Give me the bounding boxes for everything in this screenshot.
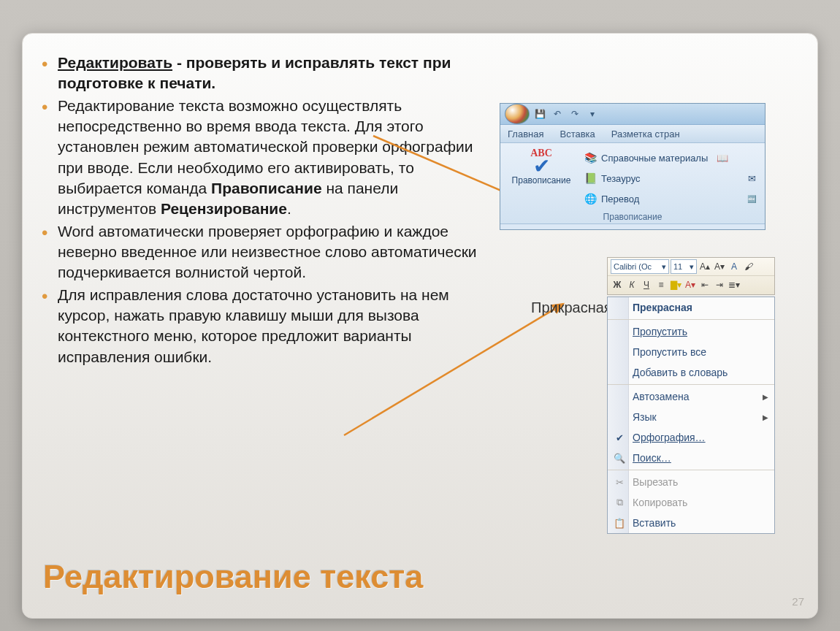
ribbon-screenshot: 💾 ↶ ↷ ▾ Главная Вставка Разметка стран A… xyxy=(500,103,765,230)
ctx-add-dictionary[interactable]: Добавить в словарь xyxy=(608,362,774,383)
bold-icon[interactable]: Ж xyxy=(611,278,624,291)
spelling-check-icon: ✔ xyxy=(612,430,627,445)
misspelled-word[interactable]: Прикрасная xyxy=(531,299,612,316)
spelling-label: Правописание xyxy=(506,175,576,186)
decrease-indent-icon[interactable]: ⇤ xyxy=(698,278,711,291)
format-painter-icon[interactable]: 🖌 xyxy=(742,260,755,273)
translate-button[interactable]: 🌐 Перевод 🔤 xyxy=(584,188,759,209)
cut-icon: ✂ xyxy=(612,475,627,489)
qat-dropdown-icon[interactable]: ▾ xyxy=(585,107,600,121)
mini-toolbar: Calibri (Ос▾ 11▾ A▴ A▾ A 🖌 Ж К Ч ≡ ▇▾ A▾… xyxy=(607,257,775,295)
thesaurus-button[interactable]: 📗 Тезаурус ✉ xyxy=(584,168,759,188)
ctx-suggestion[interactable]: Прекрасная xyxy=(608,297,774,318)
ctx-cut[interactable]: ✂ Вырезать xyxy=(608,472,774,492)
office-button-icon[interactable] xyxy=(505,104,530,124)
book-icon: 📖 xyxy=(717,153,728,164)
spelling-button[interactable]: ABC ✔ Правописание xyxy=(506,148,576,221)
grow-font-icon[interactable]: A▴ xyxy=(698,260,711,273)
italic-icon[interactable]: К xyxy=(625,278,638,291)
svg-line-1 xyxy=(344,304,563,435)
redo-icon[interactable]: ↷ xyxy=(568,107,582,121)
research-button[interactable]: 📚 Справочные материалы 📖 xyxy=(584,148,759,168)
ctx-skip-all[interactable]: Пропустить все xyxy=(608,342,774,362)
find-icon: 🔍 xyxy=(612,451,627,465)
slide-title: Редактирование текста xyxy=(43,558,423,596)
font-size-combo[interactable]: 11▾ xyxy=(671,259,697,274)
wordcount-icon: 🔤 xyxy=(747,195,756,203)
ctx-language[interactable]: Язык▶ xyxy=(608,407,774,427)
ribbon-tabs: Главная Вставка Разметка стран xyxy=(500,125,765,143)
ctx-paste[interactable]: 📋 Вставить xyxy=(608,513,774,533)
ctx-skip[interactable]: Пропустить xyxy=(608,321,774,342)
envelope-icon: ✉ xyxy=(748,173,756,184)
align-center-icon[interactable]: ≡ xyxy=(654,278,668,291)
font-color-icon[interactable]: A▾ xyxy=(684,278,697,291)
bullet-1: Редактировать - проверять и исправлять т… xyxy=(39,53,492,94)
copy-icon: ⧉ xyxy=(612,495,627,510)
increase-indent-icon[interactable]: ⇥ xyxy=(713,278,726,291)
ctx-spelling[interactable]: ✔ Орфография… xyxy=(608,427,774,448)
slide: Редактировать - проверять и исправлять т… xyxy=(22,33,818,619)
spelling-icon: ABC ✔ xyxy=(506,148,576,174)
tab-home[interactable]: Главная xyxy=(508,129,543,139)
save-icon[interactable]: 💾 xyxy=(532,107,547,121)
ribbon-proofing-items: 📚 Справочные материалы 📖 📗 Тезаурус ✉ 🌐 … xyxy=(584,148,759,221)
highlight-icon[interactable]: ▇▾ xyxy=(669,278,682,291)
ctx-find[interactable]: 🔍 Поиск… xyxy=(608,448,774,468)
font-name-combo[interactable]: Calibri (Ос▾ xyxy=(611,259,669,274)
page-number: 27 xyxy=(792,595,804,608)
ribbon-group-label: Правописание xyxy=(500,212,765,222)
tab-layout[interactable]: Разметка стран xyxy=(611,129,680,139)
bullet-1-term: Редактировать xyxy=(58,54,172,71)
styles-icon[interactable]: A xyxy=(728,260,741,273)
research-icon: 📚 xyxy=(584,151,597,164)
ribbon-body: ABC ✔ Правописание 📚 Справочные материал… xyxy=(500,143,765,224)
ctx-autocorrect[interactable]: Автозамена▶ xyxy=(608,386,774,407)
tab-insert[interactable]: Вставка xyxy=(560,129,595,139)
paste-icon: 📋 xyxy=(612,516,627,530)
thesaurus-icon: 📗 xyxy=(584,172,597,185)
ctx-copy[interactable]: ⧉ Копировать xyxy=(608,492,774,513)
bullets-icon[interactable]: ≣▾ xyxy=(728,278,741,291)
quick-access-toolbar: 💾 ↶ ↷ ▾ xyxy=(500,104,765,125)
context-menu: Прекрасная Пропустить Пропустить все Доб… xyxy=(607,297,775,534)
shrink-font-icon[interactable]: A▾ xyxy=(713,260,726,273)
underline-icon[interactable]: Ч xyxy=(640,278,653,291)
translate-icon: 🌐 xyxy=(584,192,597,205)
undo-icon[interactable]: ↶ xyxy=(550,107,565,121)
